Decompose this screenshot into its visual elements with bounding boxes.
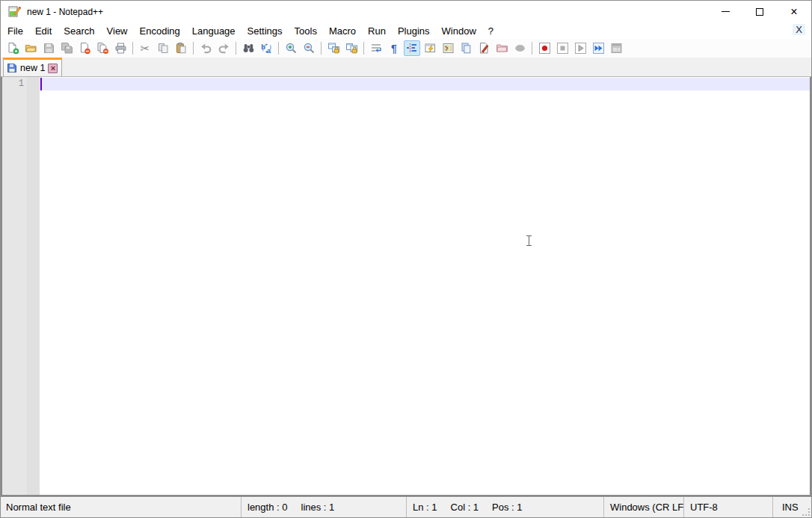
save-icon [43, 42, 55, 55]
playback-macro-button[interactable] [572, 40, 588, 56]
menu-window[interactable]: Window [436, 24, 482, 38]
close-all-icon [96, 42, 109, 55]
save-button[interactable] [40, 40, 57, 56]
indent-guide-icon [406, 42, 419, 55]
word-wrap-button[interactable] [368, 40, 384, 56]
menu-help[interactable]: ? [482, 24, 499, 38]
maximize-icon [756, 8, 763, 16]
document-map-button[interactable] [440, 40, 456, 56]
resize-grip-icon[interactable] [802, 508, 810, 516]
open-file-button[interactable] [22, 40, 39, 56]
menu-plugins[interactable]: Plugins [392, 24, 436, 38]
sync-vertical-icon [327, 42, 340, 55]
monitoring-eye-icon [514, 42, 526, 55]
status-bar: Normal text file length : 0 lines : 1 Ln… [1, 496, 811, 517]
sync-vertical-button[interactable] [325, 40, 342, 56]
text-caret [40, 78, 42, 90]
menu-run[interactable]: Run [362, 24, 392, 38]
stop-recording-button[interactable] [554, 40, 570, 56]
show-indent-guide-button[interactable] [404, 40, 420, 56]
run-macro-multiple-button[interactable] [590, 40, 606, 56]
tab-label: new 1 [20, 63, 45, 73]
status-eol-format[interactable]: Windows (CR LF) [604, 497, 684, 517]
save-all-button[interactable] [58, 40, 75, 56]
status-cursor-position: Ln : 1 Col : 1 Pos : 1 [407, 497, 604, 517]
menu-tools[interactable]: Tools [289, 24, 323, 38]
toolbar-separator [321, 42, 322, 55]
line-number: 1 [19, 78, 24, 89]
play-icon [574, 42, 587, 55]
new-file-icon [7, 42, 19, 55]
menu-settings[interactable]: Settings [242, 24, 289, 38]
toolbar-separator [193, 42, 194, 55]
replace-button[interactable]: ba [258, 40, 274, 56]
zoom-in-button[interactable] [283, 40, 299, 56]
find-button[interactable] [240, 40, 256, 56]
text-editor[interactable] [40, 77, 810, 495]
mdi-close-button[interactable]: X [793, 24, 805, 35]
ins-label: INS [782, 502, 799, 513]
maximize-button[interactable] [742, 1, 777, 22]
record-macro-button[interactable] [536, 40, 553, 56]
minimize-icon [722, 11, 730, 12]
document-list-icon [460, 42, 473, 55]
menu-view[interactable]: View [101, 24, 134, 38]
close-file-icon [79, 42, 91, 55]
minimize-button[interactable] [708, 1, 742, 22]
redo-button[interactable] [215, 40, 232, 56]
toolbar-separator [532, 42, 532, 55]
close-all-button[interactable] [94, 40, 111, 56]
document-list-button[interactable] [458, 40, 474, 56]
stop-icon [556, 42, 569, 55]
record-icon [538, 42, 551, 55]
function-list-button[interactable] [422, 40, 438, 56]
new-file-button[interactable] [4, 40, 21, 56]
menu-search[interactable]: Search [58, 24, 100, 38]
toolbar-separator [363, 42, 364, 55]
close-button[interactable]: × [777, 1, 811, 22]
menu-edit[interactable]: Edit [29, 24, 58, 38]
tab-new-1[interactable]: new 1 × [3, 58, 62, 76]
menu-macro[interactable]: Macro [323, 24, 362, 38]
app-logo-icon [7, 5, 21, 19]
pos-label: Pos : 1 [492, 502, 522, 513]
title-bar[interactable]: new 1 - Notepad++ × [1, 1, 811, 22]
current-line-highlight [40, 78, 810, 90]
toolbar-separator [278, 42, 279, 55]
copy-icon [157, 42, 170, 55]
menu-bar: File Edit Search View Encoding Language … [1, 22, 811, 39]
print-button[interactable] [112, 40, 129, 56]
project-panel-button[interactable] [493, 40, 510, 56]
zoom-out-button[interactable] [301, 40, 317, 56]
close-file-button[interactable] [76, 40, 93, 56]
paste-clipboard-icon [175, 42, 188, 55]
undo-button[interactable] [197, 40, 214, 56]
print-icon [114, 42, 127, 55]
saved-disk-icon [7, 63, 17, 73]
menu-language[interactable]: Language [186, 24, 242, 38]
run-multiple-icon [592, 42, 605, 55]
status-encoding[interactable]: UTF-8 [684, 497, 773, 517]
fold-margin [27, 77, 40, 495]
cut-button[interactable]: ✂ [137, 40, 153, 56]
tab-close-button[interactable]: × [48, 64, 58, 73]
line-number-margin: 1 [2, 77, 27, 495]
col-label: Col : 1 [451, 502, 479, 513]
pink-folder-icon [496, 42, 508, 55]
menu-encoding[interactable]: Encoding [134, 24, 186, 38]
menu-file[interactable]: File [1, 24, 29, 38]
save-macro-icon [610, 42, 623, 55]
status-typing-mode[interactable]: INS [773, 497, 811, 517]
show-all-characters-button[interactable]: ¶ [386, 40, 402, 56]
paste-button[interactable] [173, 40, 189, 56]
monitoring-button[interactable] [511, 40, 528, 56]
folder-as-workspace-button[interactable] [476, 40, 492, 56]
status-length-lines: length : 0 lines : 1 [242, 497, 407, 517]
eol-label: Windows (CR LF) [610, 502, 684, 513]
lines-label: lines : 1 [301, 502, 335, 513]
sync-horizontal-button[interactable] [343, 40, 360, 56]
copy-button[interactable] [155, 40, 171, 56]
save-all-icon [61, 42, 73, 55]
save-macro-button[interactable] [608, 40, 624, 56]
word-wrap-icon [370, 42, 383, 55]
